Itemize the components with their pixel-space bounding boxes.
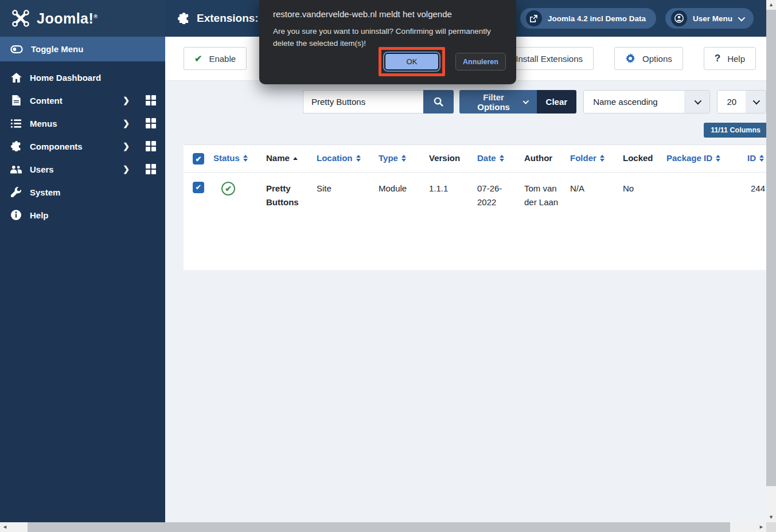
external-link-icon (526, 10, 542, 26)
select-all-checkbox[interactable]: ✔ (193, 153, 204, 165)
column-header-folder[interactable]: Folder (568, 145, 621, 170)
chevron-down-icon (738, 14, 746, 21)
filter-options-button[interactable]: Filter Options (459, 90, 537, 114)
row-status-cell: ✔ (211, 173, 264, 205)
column-header-version: Version (427, 145, 475, 170)
column-header-id[interactable]: ID (738, 145, 766, 170)
info-circle-icon (10, 210, 22, 220)
options-button[interactable]: Options (614, 47, 683, 70)
site-preview-label: Joomla 4.2 incl Demo Data (548, 14, 646, 23)
enable-button[interactable]: ✔ Enable (184, 47, 247, 70)
table-header-row: ✔ Status Name Location Type Version Date… (184, 145, 766, 173)
sidebar-item-label: Content (30, 96, 115, 105)
column-header-type[interactable]: Type (376, 145, 427, 170)
users-icon (10, 165, 22, 174)
columns-badge[interactable]: 11/11 Columns (704, 123, 766, 138)
logo-band: Joomla!® (0, 0, 165, 37)
chevron-down-icon (684, 91, 709, 113)
scrollbar-corner (766, 522, 776, 532)
table-row: ✔ ✔ Pretty Buttons Site Module 1.1.1 07-… (184, 173, 766, 270)
sort-icon (356, 155, 361, 162)
document-icon (10, 95, 22, 105)
row-select-cell: ✔ (184, 173, 211, 202)
ok-button[interactable]: OK (384, 53, 439, 71)
user-menu-label: User Menu (693, 14, 732, 23)
sidebar-item-label: Help (30, 210, 156, 220)
vertical-scrollbar[interactable]: ▲ ▼ (766, 0, 776, 522)
row-checkbox[interactable]: ✔ (193, 182, 204, 193)
vertical-scrollbar-thumb[interactable] (766, 10, 776, 486)
cancel-button[interactable]: Annuleren (455, 53, 506, 71)
sidebar-item-system[interactable]: System (0, 181, 165, 204)
status-enabled-icon[interactable]: ✔ (221, 182, 235, 195)
page-title: Extensions: M (178, 12, 271, 25)
sidebar-item-content[interactable]: Content ❯ (0, 89, 165, 112)
dialog-title: restore.vandervelde-web.nl meldt het vol… (273, 9, 502, 19)
dashboard-grid-icon[interactable] (146, 118, 156, 128)
toggle-icon (10, 45, 23, 54)
dialog-buttons: OK Annuleren (379, 47, 506, 76)
scroll-down-arrow[interactable]: ▼ (766, 513, 776, 522)
sort-icon (500, 155, 504, 162)
sidebar-item-label: Components (30, 142, 115, 151)
search-input[interactable] (303, 90, 423, 114)
question-mark-icon: ? (715, 53, 720, 64)
toggle-menu-label: Toggle Menu (31, 44, 83, 54)
chevron-right-icon: ❯ (123, 142, 130, 151)
user-menu-pill[interactable]: User Menu (665, 8, 754, 29)
toolbar-right-group: Install Extensions Options ? Help (488, 47, 748, 70)
horizontal-scrollbar-thumb[interactable] (28, 522, 730, 532)
sidebar-item-label: Menus (30, 119, 115, 128)
list-icon (10, 119, 22, 128)
chevron-right-icon: ❯ (123, 96, 130, 105)
clear-button[interactable]: Clear (537, 90, 577, 114)
sidebar-item-components[interactable]: Components ❯ (0, 135, 165, 158)
wrench-icon (10, 187, 22, 197)
column-header-locked: Locked (621, 145, 664, 170)
row-version-cell: 1.1.1 (427, 173, 475, 205)
scroll-right-arrow[interactable]: ► (756, 522, 766, 532)
dashboard-grid-icon[interactable] (146, 95, 156, 105)
row-author-cell: Tom van der Laan (522, 173, 568, 218)
column-header-date[interactable]: Date (475, 145, 522, 170)
column-header-name[interactable]: Name (264, 145, 314, 170)
annotation-highlight-box: OK (379, 47, 445, 76)
extensions-table: ✔ Status Name Location Type Version Date… (184, 144, 766, 270)
row-type-cell: Module (376, 173, 427, 205)
joomla-logo-icon (10, 9, 31, 28)
search-group (303, 90, 454, 114)
dashboard-grid-icon[interactable] (146, 141, 156, 151)
column-header-location[interactable]: Location (314, 145, 376, 170)
sidebar-item-menus[interactable]: Menus ❯ (0, 112, 165, 135)
site-preview-pill[interactable]: Joomla 4.2 incl Demo Data (520, 8, 656, 29)
horizontal-scrollbar[interactable]: ◄ ► (0, 522, 766, 532)
limit-select-value: 20 (717, 97, 746, 107)
dashboard-grid-icon[interactable] (146, 164, 156, 174)
sidebar-item-home-dashboard[interactable]: Home Dashboard (0, 66, 165, 89)
home-icon (10, 73, 22, 83)
sidebar-item-label: Home Dashboard (30, 73, 156, 83)
limit-select[interactable]: 20 (717, 90, 766, 114)
scroll-left-arrow[interactable]: ◄ (0, 522, 10, 532)
sort-icon (716, 155, 720, 162)
sort-icon (759, 155, 764, 162)
scroll-up-arrow[interactable]: ▲ (766, 0, 776, 10)
toggle-menu-button[interactable]: Toggle Menu (0, 37, 165, 61)
column-header-author: Author (522, 145, 568, 170)
enable-label: Enable (209, 54, 236, 64)
sidebar-item-help[interactable]: Help (0, 204, 165, 226)
check-icon: ✔ (194, 53, 202, 64)
column-header-package-id[interactable]: Package ID (664, 145, 738, 170)
help-button[interactable]: ? Help (704, 47, 756, 70)
row-date-cell: 07-26-2022 (475, 173, 522, 218)
column-header-status[interactable]: Status (211, 145, 264, 170)
filter-bar: Filter Options Clear Name ascending 20 (165, 81, 766, 114)
sidebar-item-users[interactable]: Users ❯ (0, 158, 165, 181)
sort-asc-icon (293, 157, 298, 160)
row-name-cell: Pretty Buttons (264, 173, 314, 218)
options-label: Options (642, 54, 672, 64)
sort-select[interactable]: Name ascending (583, 90, 710, 114)
search-button[interactable] (423, 90, 454, 114)
install-extensions-label: Install Extensions (516, 54, 583, 64)
help-label: Help (727, 54, 745, 64)
